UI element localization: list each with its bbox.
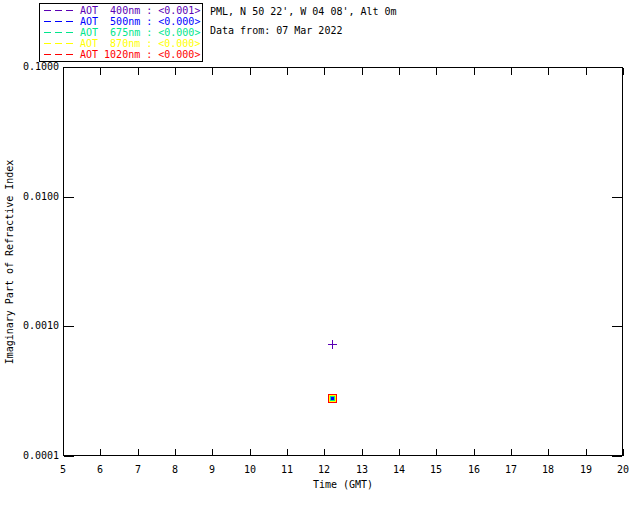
x-tick-top [250,68,251,75]
y-tick-right [612,197,622,198]
x-tick-label: 6 [85,464,115,475]
legend-entry: AOT 675nm : <0.000> [44,27,202,38]
plot-header: PML, N 50 22', W 04 08', Alt 0m Data fro… [210,6,397,36]
x-tick [399,449,400,456]
site-title: PML, N 50 22', W 04 08', Alt 0m [210,6,397,17]
x-tick [474,449,475,456]
legend-entry-label: AOT 400nm : <0.001> [80,5,200,16]
x-tick-label: 9 [197,464,227,475]
x-tick-label: 13 [347,464,377,475]
y-tick-right [612,456,622,457]
y-tick-label: 0.1000 [0,61,59,72]
plot-area [63,67,623,456]
x-tick-top [474,68,475,75]
legend-dash-line-icon [44,54,77,55]
legend-dash-line-icon [44,43,77,44]
x-tick-label: 10 [235,464,265,475]
y-tick [64,197,74,198]
legend-box: AOT 400nm : <0.001>AOT 500nm : <0.000>AO… [39,3,203,62]
legend-entry-label: AOT 870nm : <0.000> [80,38,200,49]
marker-aot-400nm [328,340,337,349]
x-tick-label: 15 [421,464,451,475]
x-tick [212,449,213,456]
y-tick-right [612,326,622,327]
y-tick-right [612,67,622,68]
x-tick [362,449,363,456]
x-tick [324,449,325,456]
x-tick-label: 7 [123,464,153,475]
x-tick-top [399,68,400,75]
x-tick-top [623,68,624,75]
x-tick-label: 17 [496,464,526,475]
x-tick [175,449,176,456]
y-tick-label: 0.0001 [0,450,59,461]
x-tick-label: 5 [48,464,78,475]
legend-entry: AOT 500nm : <0.000> [44,16,202,27]
y-tick-label: 0.0100 [0,191,59,202]
x-tick-top [586,68,587,75]
x-tick-top [212,68,213,75]
x-tick-top [511,68,512,75]
x-tick [623,449,624,456]
marker-aot-1020nm [328,394,337,403]
x-tick [287,449,288,456]
legend-entry: AOT 400nm : <0.001> [44,5,202,16]
legend-entry: AOT 1020nm : <0.000> [44,49,202,60]
legend-entry-label: AOT 675nm : <0.000> [80,27,200,38]
legend-dash-line-icon [44,10,77,11]
x-tick [586,449,587,456]
x-tick-label: 19 [571,464,601,475]
x-tick-label: 20 [608,464,638,475]
plus-marker-vbar [332,340,333,349]
x-tick [138,449,139,456]
x-tick-label: 14 [384,464,414,475]
x-tick-top [100,68,101,75]
x-tick-top [175,68,176,75]
legend-dash-line-icon [44,32,77,33]
x-tick-top [362,68,363,75]
x-tick [436,449,437,456]
x-tick-top [138,68,139,75]
x-tick [100,449,101,456]
y-tick [64,456,74,457]
x-tick-top [287,68,288,75]
x-tick [250,449,251,456]
x-tick [548,449,549,456]
x-tick-top [63,68,64,75]
x-tick-top [548,68,549,75]
y-tick [64,326,74,327]
x-tick-label: 18 [533,464,563,475]
x-axis-label: Time (GMT) [63,479,623,490]
y-axis-label: Imaginary Part of Refractive Index [4,159,15,364]
y-tick-label: 0.0010 [0,320,59,331]
x-tick-top [436,68,437,75]
x-tick [63,449,64,456]
legend-entry: AOT 870nm : <0.000> [44,38,202,49]
aeronet-refractive-index-plot: AOT 400nm : <0.001>AOT 500nm : <0.000>AO… [0,0,640,512]
date-subtitle: Data from: 07 Mar 2022 [210,25,397,36]
y-tick [64,67,74,68]
x-tick-top [324,68,325,75]
legend-dash-line-icon [44,21,77,22]
x-tick [511,449,512,456]
x-tick-label: 12 [309,464,339,475]
x-tick-label: 16 [459,464,489,475]
legend-entry-label: AOT 500nm : <0.000> [80,16,200,27]
x-tick-label: 11 [272,464,302,475]
x-tick-label: 8 [160,464,190,475]
legend-entry-label: AOT 1020nm : <0.000> [80,49,200,60]
